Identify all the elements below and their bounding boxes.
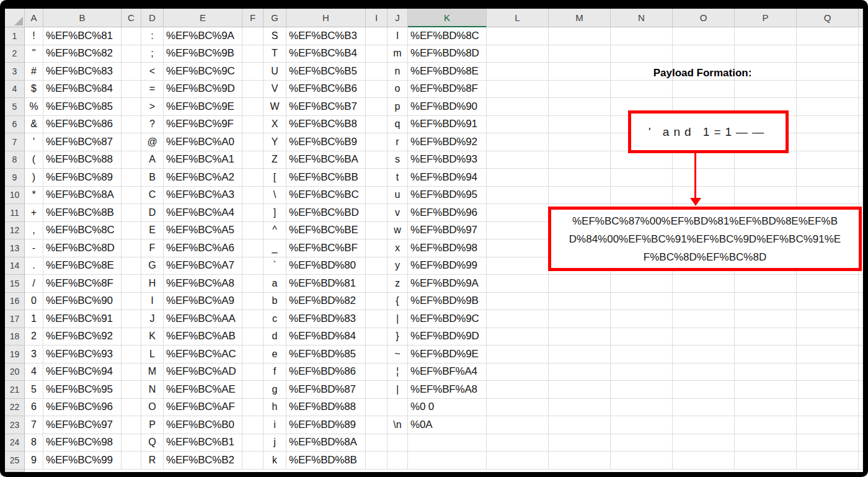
cell-E4[interactable]: %EF%BC%9D [164, 81, 242, 99]
column-header-H[interactable]: H [286, 9, 366, 27]
cell-L14[interactable] [487, 257, 549, 275]
cell-D14[interactable]: G [141, 257, 164, 275]
cell-H25[interactable]: %EF%BD%8B [286, 452, 366, 470]
cell-E15[interactable]: %EF%BC%A8 [164, 275, 242, 293]
cell-D17[interactable]: J [141, 310, 164, 328]
cell-A4[interactable]: $ [25, 81, 43, 99]
row-header-6[interactable]: 6 [5, 116, 25, 134]
cell-F23[interactable] [242, 416, 264, 434]
cell-B3[interactable]: %EF%BC%83 [43, 63, 122, 81]
cell-O15[interactable] [673, 275, 735, 293]
cell-H13[interactable]: %EF%BC%BF [286, 239, 366, 257]
cell-Q14[interactable] [797, 257, 859, 275]
cell-P18[interactable] [735, 328, 797, 346]
cell-F15[interactable] [242, 275, 264, 293]
cell-A13[interactable]: - [25, 239, 43, 257]
cell-A21[interactable]: 5 [25, 381, 43, 399]
cell-B5[interactable]: %EF%BC%85 [43, 98, 122, 116]
cell-E24[interactable]: %EF%BC%B1 [164, 434, 242, 452]
cell-F2[interactable] [242, 45, 264, 63]
cell-O7[interactable] [673, 133, 735, 151]
cell-E25[interactable]: %EF%BC%B2 [164, 452, 242, 470]
cell-A5[interactable]: % [25, 98, 43, 116]
cell-A2[interactable]: " [25, 45, 43, 63]
row-header-22[interactable]: 22 [5, 399, 25, 417]
cell-Q25[interactable] [797, 452, 859, 470]
cell-H8[interactable]: %EF%BC%BA [286, 151, 366, 169]
cell-M24[interactable] [549, 434, 611, 452]
cell-A23[interactable]: 7 [25, 416, 43, 434]
cell-H21[interactable]: %EF%BD%87 [286, 381, 366, 399]
cell-N21[interactable] [611, 381, 673, 399]
cell-E12[interactable]: %EF%BC%A5 [164, 222, 242, 240]
cell-N23[interactable] [611, 416, 673, 434]
cell-N1[interactable] [611, 27, 673, 45]
cell-E14[interactable]: %EF%BC%A7 [164, 257, 242, 275]
cell-F19[interactable] [242, 345, 264, 363]
cell-G2[interactable]: T [264, 45, 286, 63]
cell-H11[interactable]: %EF%BC%BD [286, 204, 366, 222]
cell-L5[interactable] [487, 98, 549, 116]
cell-L3[interactable] [487, 63, 549, 81]
cell-H14[interactable]: %EF%BD%80 [286, 257, 366, 275]
cell-L4[interactable] [487, 81, 549, 99]
cell-B19[interactable]: %EF%BC%93 [43, 345, 122, 363]
cell-N10[interactable] [611, 187, 673, 205]
cell-L25[interactable] [487, 452, 549, 470]
cell-B6[interactable]: %EF%BC%86 [43, 116, 122, 134]
cell-N14[interactable] [611, 257, 673, 275]
cell-P21[interactable] [735, 381, 797, 399]
cell-F20[interactable] [242, 363, 264, 381]
cell-N15[interactable] [611, 275, 673, 293]
cell-C1[interactable] [122, 27, 141, 45]
cell-F1[interactable] [242, 27, 264, 45]
cell-B11[interactable]: %EF%BC%8B [43, 204, 122, 222]
cell-F13[interactable] [242, 239, 264, 257]
cell-F4[interactable] [242, 81, 264, 99]
cell-C12[interactable] [122, 222, 141, 240]
cell-Q10[interactable] [797, 187, 859, 205]
cell-P8[interactable] [735, 151, 797, 169]
cell-J9[interactable]: t [388, 169, 408, 187]
row-header-11[interactable]: 11 [5, 204, 25, 222]
cell-partial-11[interactable] [859, 204, 863, 222]
cell-G1[interactable]: S [264, 27, 286, 45]
cell-Q8[interactable] [797, 151, 859, 169]
cell-P2[interactable] [735, 45, 797, 63]
cell-B9[interactable]: %EF%BC%89 [43, 169, 122, 187]
cell-O5[interactable] [673, 98, 735, 116]
cell-M16[interactable] [549, 293, 611, 311]
row-header-10[interactable]: 10 [5, 187, 25, 205]
cell-A24[interactable]: 8 [25, 434, 43, 452]
row-header-24[interactable]: 24 [5, 434, 25, 452]
cell-G9[interactable]: [ [264, 169, 286, 187]
cell-K1[interactable]: %EF%BD%8C [408, 27, 487, 45]
cell-C11[interactable] [122, 204, 141, 222]
cell-M25[interactable] [549, 452, 611, 470]
cell-Q5[interactable] [797, 98, 859, 116]
cell-B21[interactable]: %EF%BC%95 [43, 381, 122, 399]
row-header-17[interactable]: 17 [5, 310, 25, 328]
cell-D6[interactable]: ? [141, 116, 164, 134]
cell-N16[interactable] [611, 293, 673, 311]
cell-N2[interactable] [611, 45, 673, 63]
column-header-F[interactable]: F [242, 9, 264, 27]
cell-B8[interactable]: %EF%BC%88 [43, 151, 122, 169]
cell-O12[interactable] [673, 222, 735, 240]
cell-C22[interactable] [122, 399, 141, 417]
cell-E18[interactable]: %EF%BC%AB [164, 328, 242, 346]
row-header-5[interactable]: 5 [5, 98, 25, 116]
cell-G6[interactable]: X [264, 116, 286, 134]
cell-D24[interactable]: Q [141, 434, 164, 452]
cell-D21[interactable]: N [141, 381, 164, 399]
column-header-N[interactable]: N [611, 9, 673, 27]
cell-E2[interactable]: %EF%BC%9B [164, 45, 242, 63]
cell-I20[interactable] [366, 363, 388, 381]
cell-E16[interactable]: %EF%BC%A9 [164, 293, 242, 311]
column-header-Q[interactable]: Q [797, 9, 859, 27]
cell-B22[interactable]: %EF%BC%96 [43, 399, 122, 417]
row-header-19[interactable]: 19 [5, 345, 25, 363]
cell-L20[interactable] [487, 363, 549, 381]
cell-P23[interactable] [735, 416, 797, 434]
cell-M15[interactable] [549, 275, 611, 293]
